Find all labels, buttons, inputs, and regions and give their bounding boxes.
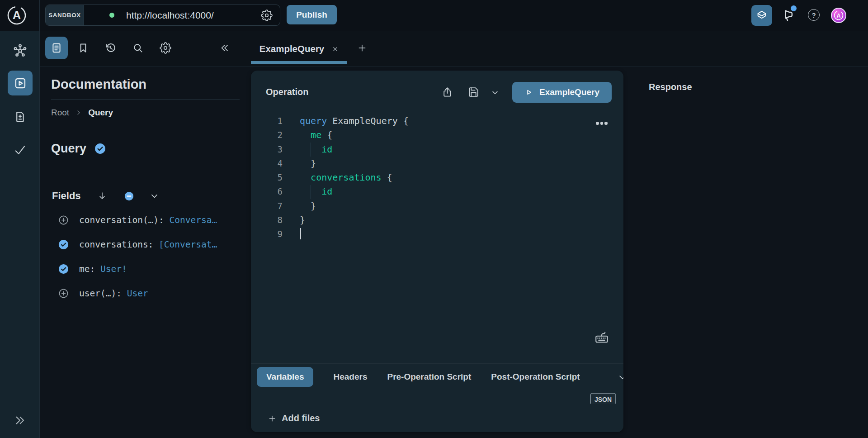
plus-icon (358, 43, 367, 52)
sandbox-badge: SANDBOX (46, 5, 84, 25)
text-cursor (300, 228, 301, 239)
sort-down-arrow-icon[interactable] (97, 191, 107, 201)
new-tab-button[interactable] (358, 43, 367, 52)
field-type-link[interactable]: User! (100, 264, 127, 274)
user-avatar[interactable]: A (830, 7, 847, 24)
history-icon (105, 42, 117, 54)
apollo-logo-icon: A (6, 5, 27, 26)
fields-label: Fields (52, 190, 81, 202)
question-mark-icon: ? (811, 11, 816, 19)
close-tab-icon[interactable] (332, 46, 339, 52)
line-number: 6 (251, 185, 283, 199)
collapse-fields-chevron-icon[interactable] (150, 192, 159, 200)
field-signature[interactable]: conversation(…): Conversa… (79, 215, 217, 225)
field-signature[interactable]: conversations: [Conversat… (79, 239, 217, 250)
field-signature[interactable]: user(…): User (79, 288, 148, 299)
code-line[interactable]: 6 id (251, 185, 623, 199)
doc-tab-history-button[interactable] (105, 42, 117, 54)
bottom-tab-post-operation-script[interactable]: Post-Operation Script (491, 372, 580, 382)
connection-settings-gear-icon[interactable] (261, 10, 273, 21)
circle-plus-icon[interactable] (58, 215, 69, 225)
field-row[interactable]: conversation(…): Conversa… (40, 208, 246, 232)
svg-text:A: A (13, 9, 21, 21)
bottom-tab-headers[interactable]: Headers (333, 372, 367, 382)
doc-tab-saved-operations-button[interactable] (77, 42, 89, 54)
left-sidebar (0, 31, 40, 438)
line-number: 4 (251, 157, 283, 171)
code-line[interactable]: 2 me { (251, 128, 623, 142)
operation-bottom-tabs: VariablesHeadersPre-Operation ScriptPost… (251, 363, 623, 390)
collapse-docs-button[interactable] (219, 42, 231, 54)
save-operation-button[interactable] (468, 86, 479, 98)
breadcrumb: Root Query (51, 108, 113, 118)
operation-tab-label: ExampleQuery (259, 43, 325, 54)
topbar-divider (39, 0, 40, 31)
bottom-tab-variables[interactable]: Variables (257, 367, 313, 387)
doc-tab-settings-button[interactable] (160, 42, 171, 54)
doc-tab-search-button[interactable] (132, 42, 144, 54)
sidebar-item-schema[interactable] (13, 43, 28, 58)
circle-plus-icon[interactable] (58, 288, 69, 299)
type-heading: Query (51, 142, 106, 156)
bottom-tab-pre-operation-script[interactable]: Pre-Operation Script (387, 372, 471, 382)
operation-panel: Operation ExampleQuery 1query ExampleQue… (251, 71, 623, 432)
field-type-link[interactable]: User (127, 288, 148, 299)
help-button[interactable]: ? (808, 9, 820, 21)
field-type-link[interactable]: Conversa… (170, 215, 217, 225)
plus-icon (268, 414, 276, 423)
field-row[interactable]: conversations: [Conversat… (40, 232, 246, 257)
tabs-overflow-chevron-icon[interactable] (618, 373, 623, 382)
settings-gear-icon (160, 42, 171, 54)
fields-header: Fields (52, 190, 159, 202)
line-number: 1 (251, 114, 283, 128)
connection-status-dot (109, 13, 114, 18)
graphos-cube-button[interactable] (751, 5, 772, 26)
endpoint-url-input[interactable]: http://localhost:4000/ (126, 10, 214, 21)
field-type-link[interactable]: [Conversat… (159, 239, 217, 250)
variables-editor-strip[interactable]: JSON (251, 390, 623, 404)
field-row[interactable]: user(…): User (40, 281, 246, 305)
code-line[interactable]: 1query ExampleQuery { (251, 114, 623, 128)
circle-check-icon[interactable] (58, 239, 69, 250)
code-line[interactable]: 7 } (251, 199, 623, 213)
expand-sidebar-button[interactable] (13, 413, 27, 428)
response-panel: Response (631, 67, 868, 438)
code-line[interactable]: 8} (251, 213, 623, 227)
sidebar-item-checklist[interactable] (13, 143, 27, 157)
field-row[interactable]: me: User! (40, 257, 246, 281)
workspace-header: ExampleQuery (40, 31, 868, 67)
svg-text:A: A (836, 13, 840, 19)
sidebar-item-explorer[interactable] (8, 71, 33, 95)
checkmark-icon (13, 143, 27, 157)
play-icon (524, 88, 533, 97)
add-files-row[interactable]: Add files (251, 405, 623, 432)
top-bar: A SANDBOX http://localhost:4000/ Publish… (0, 0, 868, 31)
field-signature[interactable]: me: User! (79, 264, 127, 274)
documentation-title: Documentation (51, 77, 146, 92)
code-line[interactable]: 4 } (251, 157, 623, 171)
add-files-label: Add files (282, 413, 320, 424)
publish-button[interactable]: Publish (287, 5, 337, 24)
breadcrumb-root[interactable]: Root (51, 108, 69, 118)
keyboard-shortcuts-button[interactable] (594, 330, 609, 346)
json-mode-badge: JSON (590, 393, 616, 404)
line-number: 2 (251, 128, 283, 142)
deselect-all-minus-icon[interactable] (124, 191, 134, 201)
code-line[interactable]: 3 id (251, 143, 623, 157)
save-options-chevron-icon[interactable] (491, 89, 499, 97)
doc-tab-documentation-button[interactable] (45, 37, 68, 59)
editor-menu-dots-icon[interactable] (596, 122, 608, 125)
operation-editor[interactable]: 1query ExampleQuery {2 me {3 id4 }5 conv… (251, 114, 623, 242)
code-line[interactable]: 5 conversations { (251, 171, 623, 185)
sidebar-item-sandbox-changes[interactable] (14, 110, 27, 124)
search-icon (132, 42, 144, 54)
circle-check-icon[interactable] (58, 264, 69, 274)
share-operation-button[interactable] (442, 86, 453, 98)
sandbox-changes-icon (14, 110, 27, 124)
run-button-label: ExampleQuery (539, 87, 599, 97)
cube-icon (755, 9, 768, 22)
notification-dot (791, 5, 797, 11)
run-operation-button[interactable]: ExampleQuery (512, 82, 612, 103)
endpoint-bar[interactable]: SANDBOX http://localhost:4000/ (45, 5, 280, 26)
code-line[interactable]: 9 (251, 227, 623, 241)
